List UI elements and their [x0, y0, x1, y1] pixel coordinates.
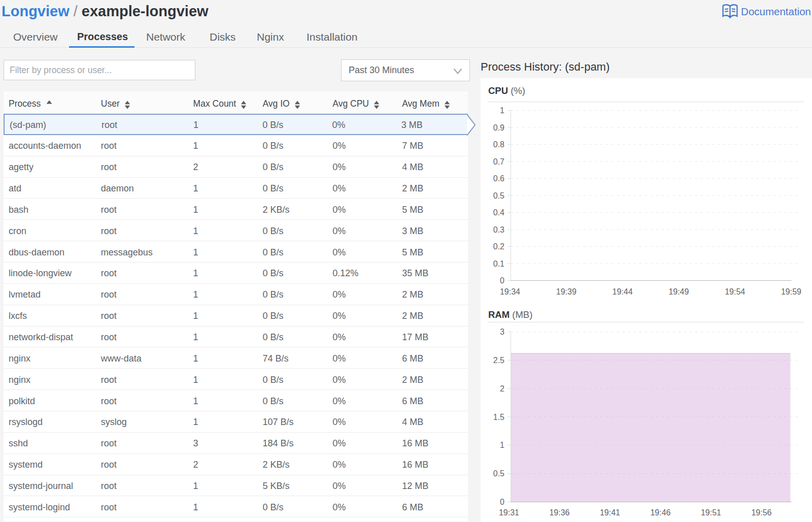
svg-text:0.8: 0.8 [493, 140, 504, 149]
svg-text:2: 2 [500, 384, 504, 393]
svg-text:0: 0 [500, 498, 504, 506]
svg-text:0.2: 0.2 [493, 242, 504, 251]
svg-text:0.1: 0.1 [493, 259, 504, 268]
svg-text:2.5: 2.5 [493, 356, 504, 365]
svg-text:19:31: 19:31 [499, 508, 519, 517]
svg-text:19:59: 19:59 [781, 287, 801, 296]
svg-text:19:34: 19:34 [500, 287, 520, 296]
svg-text:19:51: 19:51 [701, 508, 721, 517]
svg-text:0.9: 0.9 [493, 123, 504, 132]
svg-text:1.5: 1.5 [493, 413, 504, 421]
svg-text:1: 1 [500, 441, 504, 449]
svg-text:1: 1 [500, 106, 504, 115]
svg-text:19:54: 19:54 [725, 287, 745, 296]
svg-text:19:36: 19:36 [549, 508, 569, 517]
svg-text:19:56: 19:56 [751, 508, 771, 517]
svg-text:0.3: 0.3 [493, 225, 504, 234]
svg-text:19:46: 19:46 [650, 508, 670, 517]
svg-text:0.5: 0.5 [493, 469, 504, 478]
svg-text:19:41: 19:41 [600, 508, 620, 517]
svg-text:3: 3 [500, 328, 504, 336]
svg-text:19:39: 19:39 [556, 287, 577, 296]
svg-text:0.4: 0.4 [493, 208, 504, 217]
svg-text:0.6: 0.6 [493, 174, 504, 183]
svg-text:19:44: 19:44 [613, 287, 633, 296]
svg-text:19:49: 19:49 [668, 287, 689, 296]
svg-text:0.5: 0.5 [493, 191, 504, 200]
svg-text:0: 0 [500, 276, 504, 285]
svg-text:0.7: 0.7 [493, 157, 504, 166]
